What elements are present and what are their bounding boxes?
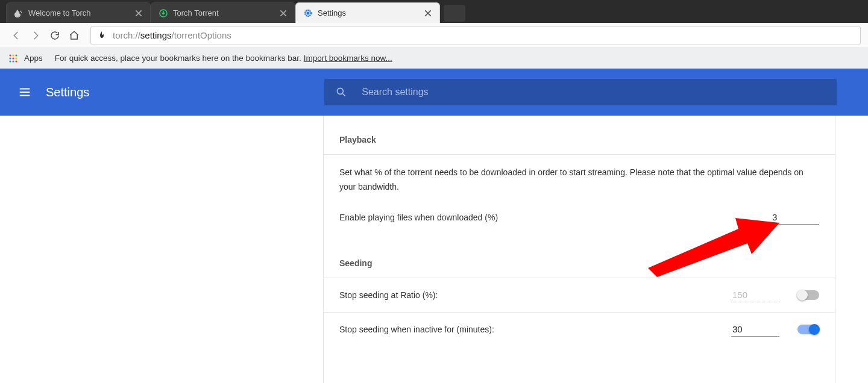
apps-label[interactable]: Apps xyxy=(24,54,43,63)
torch-flame-icon xyxy=(14,8,24,18)
home-button[interactable] xyxy=(65,26,83,45)
bookmarks-hint: For quick access, place your bookmarks h… xyxy=(55,54,301,63)
playback-percent-input[interactable] xyxy=(771,210,819,225)
url-text: torch://settings/torrentOptions xyxy=(113,30,231,40)
svg-point-7 xyxy=(12,57,14,59)
seeding-ratio-row: Stop seeding at Ratio (%): xyxy=(324,278,835,312)
content-area: Playback Set what % of the torrent needs… xyxy=(0,116,868,383)
download-circle-icon xyxy=(159,8,168,18)
playback-percent-row: Enable playing files when downloaded (%) xyxy=(324,201,835,234)
seeding-inactive-label: Stop seeding when inactive for (minutes)… xyxy=(339,325,494,334)
seeding-inactive-row: Stop seeding when inactive for (minutes)… xyxy=(324,312,835,346)
search-settings-box[interactable] xyxy=(324,79,837,105)
section-title-seeding: Seeding xyxy=(324,234,835,278)
address-bar[interactable]: torch://settings/torrentOptions xyxy=(90,26,861,45)
svg-point-11 xyxy=(15,60,17,62)
svg-point-9 xyxy=(9,60,11,62)
seeding-ratio-toggle[interactable] xyxy=(797,290,819,300)
svg-point-4 xyxy=(12,54,14,56)
page-title: Settings xyxy=(46,86,89,99)
tab-welcome[interactable]: Welcome to Torch xyxy=(6,2,151,23)
tab-strip: Welcome to Torch Torch Torrent Settings xyxy=(0,0,868,23)
seeding-inactive-toggle[interactable] xyxy=(797,325,819,334)
close-icon[interactable] xyxy=(424,9,432,17)
search-icon xyxy=(335,86,347,98)
apps-grid-icon[interactable] xyxy=(8,54,18,63)
search-settings-input[interactable] xyxy=(362,87,826,98)
nav-toolbar: torch://settings/torrentOptions xyxy=(0,23,868,48)
svg-point-5 xyxy=(15,54,17,56)
close-icon[interactable] xyxy=(279,9,288,17)
forward-button[interactable] xyxy=(27,26,45,45)
playback-percent-label: Enable playing files when downloaded (%) xyxy=(339,213,498,222)
torch-icon xyxy=(97,31,107,40)
close-icon[interactable] xyxy=(134,9,143,17)
gear-icon xyxy=(303,8,313,18)
section-title-playback: Playback xyxy=(324,116,835,154)
back-button[interactable] xyxy=(7,26,25,45)
svg-point-3 xyxy=(9,54,11,56)
seeding-ratio-input xyxy=(731,288,779,302)
tab-settings[interactable]: Settings xyxy=(295,2,440,23)
bookmarks-bar: Apps For quick access, place your bookma… xyxy=(0,48,868,69)
svg-point-6 xyxy=(9,57,11,59)
settings-panel: Playback Set what % of the torrent needs… xyxy=(323,116,835,383)
svg-point-10 xyxy=(12,60,14,62)
reload-button[interactable] xyxy=(46,26,64,45)
playback-description: Set what % of the torrent needs to be do… xyxy=(324,155,835,201)
tab-torrent[interactable]: Torch Torrent xyxy=(151,2,295,23)
seeding-inactive-input[interactable] xyxy=(731,322,779,337)
svg-point-12 xyxy=(338,88,344,94)
hamburger-menu-icon[interactable] xyxy=(18,86,31,99)
svg-point-8 xyxy=(15,57,17,59)
new-tab-button[interactable] xyxy=(444,5,465,22)
import-bookmarks-link[interactable]: Import bookmarks now... xyxy=(304,54,392,63)
tab-title: Settings xyxy=(318,8,418,17)
settings-header: Settings xyxy=(0,69,868,116)
seeding-ratio-label: Stop seeding at Ratio (%): xyxy=(339,290,438,300)
tab-title: Torch Torrent xyxy=(173,8,273,17)
tab-title: Welcome to Torch xyxy=(28,8,128,17)
